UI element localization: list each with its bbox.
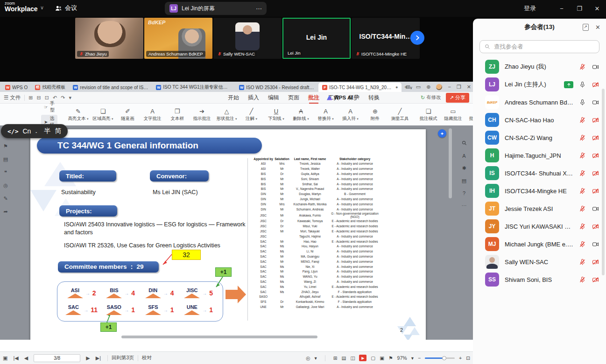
participant-search[interactable] xyxy=(479,40,599,53)
ime-simplified[interactable]: 简 xyxy=(55,127,61,135)
globe-icon[interactable]: ⊕ xyxy=(426,84,430,90)
user-avatar[interactable] xyxy=(436,84,442,90)
camera-status-icon[interactable] xyxy=(592,259,599,266)
ribbon-tool[interactable]: A 删除线 ▾ xyxy=(289,107,313,122)
search-input[interactable] xyxy=(493,43,586,50)
edit-icon[interactable]: A xyxy=(462,153,465,159)
ribbon-tool[interactable]: A 插入符 ▾ xyxy=(338,107,363,122)
last-page-button[interactable]: ▶| xyxy=(96,355,101,361)
zoom-in-button[interactable]: + xyxy=(459,355,462,361)
ribbon-tool[interactable]: ❏ 批注模式 xyxy=(416,107,441,122)
participant-row[interactable]: JT Jessie Trezek ASI xyxy=(473,200,606,217)
mic-status-icon[interactable] xyxy=(579,134,586,141)
ribbon-tool[interactable]: ╱ 注解 ▾ xyxy=(239,107,264,122)
back-to-page-button[interactable]: 回到第3页 xyxy=(112,355,134,361)
document-tab[interactable]: W revision of title and scope of ISO- xyxy=(69,83,152,92)
document-tab[interactable]: W WPS O xyxy=(1,83,31,92)
vertical-scrollbar[interactable] xyxy=(449,126,452,339)
thumbnail-panel-icon[interactable]: ▣ xyxy=(3,355,7,361)
ime-punctuation[interactable]: 。 xyxy=(35,128,40,134)
share-button[interactable]: ↗ 分享 xyxy=(446,93,469,103)
camera-status-icon[interactable] xyxy=(592,205,599,212)
ime-halfwidth[interactable]: 半 xyxy=(44,127,50,135)
ribbon-tool[interactable]: ╱ 测量工具 xyxy=(388,107,412,122)
pen-icon[interactable]: ✎ xyxy=(3,196,7,202)
menu-item[interactable]: 页面 xyxy=(288,92,299,104)
redo-icon[interactable]: ↷ xyxy=(61,95,65,101)
open-icon[interactable]: ⊞ xyxy=(28,95,33,101)
mic-status-icon[interactable] xyxy=(579,81,586,88)
fit-page-icon[interactable]: ⊞ xyxy=(333,355,338,361)
participant-row[interactable]: CW CN-SAC-Zi Wang xyxy=(473,129,606,147)
caret-down-icon[interactable]: ▾ xyxy=(314,355,317,361)
shared-screen-pill[interactable]: LJ Lei Jin的屏幕 ⋯ xyxy=(165,2,267,15)
restore-button[interactable]: ❐ xyxy=(571,0,587,17)
help-icon[interactable]: ? xyxy=(463,190,465,196)
camera-status-icon[interactable] xyxy=(592,276,599,283)
mic-status-icon[interactable] xyxy=(579,223,586,230)
video-tile[interactable]: Sally WEN-SAC xyxy=(213,18,282,59)
mic-status-icon[interactable] xyxy=(579,170,586,177)
read-layout-icon[interactable]: ▤ xyxy=(342,355,346,361)
camera-status-icon[interactable] xyxy=(592,188,599,195)
single-page-icon[interactable]: ▢ xyxy=(371,355,375,361)
login-button[interactable]: 登录 xyxy=(524,4,536,13)
next-participants-button[interactable] xyxy=(410,31,424,45)
participant-row[interactable]: CH CN-SAC-Hao Hao xyxy=(473,111,606,129)
ime-toolbar[interactable]: </> Cn 。 半 简 xyxy=(1,124,68,138)
mic-status-icon[interactable] xyxy=(579,99,586,106)
modified-status[interactable]: ↻ 有修改 xyxy=(421,94,441,101)
comment-icon[interactable]: ❝ xyxy=(4,169,7,175)
hand-tool[interactable]: ☞ 手型 xyxy=(41,100,57,114)
caret-down-icon[interactable]: ▾ xyxy=(411,355,414,361)
mic-status-icon[interactable] xyxy=(579,63,586,70)
slideshow-button[interactable]: ▶ xyxy=(359,355,366,361)
outline-icon[interactable]: ▤ xyxy=(3,156,8,162)
fullscreen-icon[interactable]: ⊡ xyxy=(466,355,470,361)
ribbon-tool[interactable]: △ 形状批注 ▾ xyxy=(214,107,239,122)
ime-code-icon[interactable]: </> xyxy=(7,128,18,135)
flag-icon[interactable]: ⚑ xyxy=(388,355,393,361)
ribbon-tool[interactable]: ▭ 隐藏批注 xyxy=(441,107,465,122)
menu-item[interactable]: 插入 xyxy=(248,92,259,104)
participant-row[interactable]: IH ISO/TC344-Mingke HE xyxy=(473,182,606,200)
menu-item[interactable]: 批注 xyxy=(308,92,319,104)
participant-row[interactable]: ZJ Zhao Jieyu (我) xyxy=(473,58,606,76)
first-page-button[interactable]: |◀ xyxy=(13,355,18,361)
slider-knob[interactable] xyxy=(442,356,446,360)
ribbon-tool[interactable]: A 替换符 ▾ xyxy=(313,107,338,122)
zoom-level[interactable]: 97% xyxy=(397,355,407,361)
caret-down-icon[interactable]: ▾ xyxy=(69,95,71,101)
search-icon[interactable] xyxy=(354,94,359,101)
ime-language[interactable]: Cn xyxy=(22,127,31,135)
participant-row[interactable]: SS Shivam Soni, BIS xyxy=(473,271,606,288)
zoom-slider[interactable] xyxy=(425,357,455,359)
camera-status-icon[interactable] xyxy=(592,152,599,159)
ribbon-tool[interactable]: ❏ 区域高亮 ▾ xyxy=(91,107,115,122)
ribbon-tool[interactable]: ✎ 高亮文本 ▾ xyxy=(66,107,91,122)
camera-status-icon[interactable] xyxy=(592,223,599,230)
camera-status-icon[interactable] xyxy=(592,63,599,70)
menu-item[interactable]: 编辑 xyxy=(268,92,279,104)
horizontal-scrollbar[interactable] xyxy=(121,336,317,338)
participant-row[interactable]: IS ISO/TC344- Shuhuai Xiao xyxy=(473,164,606,182)
file-menu[interactable]: ☰ 文件 xyxy=(4,94,21,101)
camera-status-icon[interactable] xyxy=(592,99,599,106)
participant-row[interactable]: MJ Michael Jungk (BME e.V.) xyxy=(473,235,606,253)
save-icon[interactable]: ⊟ xyxy=(37,95,41,101)
camera-status-icon[interactable] xyxy=(592,117,599,124)
mic-status-icon[interactable] xyxy=(579,276,586,283)
find-icon[interactable] xyxy=(462,140,467,147)
eye-protect-icon[interactable]: ◎ xyxy=(306,355,310,361)
video-tile[interactable]: BdKEP Andreas Schumann BdKEP xyxy=(144,18,212,59)
two-page-icon[interactable]: ◫ xyxy=(350,355,355,361)
ribbon-tool[interactable]: ✐ 随意画 xyxy=(115,107,140,122)
wps-assistant-button[interactable]: ✦ xyxy=(438,129,446,138)
close-panel-icon[interactable]: ✕ xyxy=(595,24,600,31)
window-icon[interactable]: ▭ xyxy=(416,84,421,90)
video-tile[interactable]: Lei Jin Lei Jin xyxy=(282,18,351,59)
settings-icon[interactable]: ✱ xyxy=(462,165,466,171)
mic-status-icon[interactable] xyxy=(579,259,586,266)
next-page-button[interactable]: ▶ xyxy=(86,355,90,361)
document-tab[interactable]: W ISO TC 344 WG1注册专家信息.docx xyxy=(152,83,235,92)
